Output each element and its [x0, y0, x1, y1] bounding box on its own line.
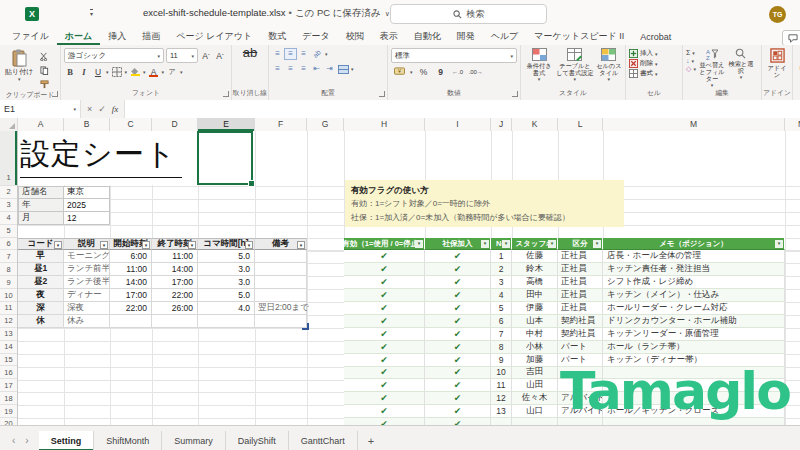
copy-icon[interactable] — [38, 64, 50, 76]
staff-type-cell[interactable]: 正社員 — [558, 250, 603, 263]
staff-valid-cell[interactable]: ✔ — [344, 302, 425, 315]
shift-cell[interactable]: 翌日2:00まで — [255, 302, 307, 315]
percent-icon[interactable]: % — [418, 66, 430, 78]
shift-cell[interactable]: 17:00 — [110, 289, 152, 302]
info-label[interactable]: 月 — [18, 212, 64, 225]
strikethrough-button[interactable]: ab — [241, 48, 259, 58]
staff-no-cell[interactable]: 1 — [491, 250, 512, 263]
row-header-19[interactable]: 19 — [0, 405, 17, 418]
comments-button[interactable] — [782, 30, 800, 46]
formula-input[interactable] — [125, 100, 800, 118]
column-header-J[interactable]: J — [491, 118, 512, 131]
info-value[interactable]: 12 — [64, 212, 110, 225]
staff-valid-cell[interactable]: ✔ — [344, 379, 425, 392]
staff-header-cell[interactable]: メモ（ポジション）▾ — [603, 238, 785, 251]
menu-tab-page-layout[interactable]: ページ レイアウト — [168, 28, 260, 45]
staff-no-cell[interactable]: 12 — [491, 392, 512, 405]
selected-cell-E1[interactable] — [197, 131, 253, 185]
column-header-K[interactable]: K — [512, 118, 558, 131]
row-header-5[interactable]: 5 — [0, 225, 17, 238]
shift-cell[interactable] — [255, 276, 307, 289]
table-resize-handle[interactable] — [302, 323, 309, 330]
italic-icon[interactable]: I — [78, 66, 90, 78]
staff-no-cell[interactable] — [491, 418, 512, 425]
staff-valid-cell[interactable]: ✔ — [344, 328, 425, 341]
staff-no-cell[interactable]: 11 — [491, 379, 512, 392]
row-header-18[interactable]: 18 — [0, 392, 17, 405]
sheet-grid[interactable]: 設定シート 店舗名東京年2025月12 有効フラグの使い方 有効：1=シフト対象… — [18, 131, 800, 425]
staff-memo-cell[interactable]: 店長・ホール全体の管理 — [603, 250, 785, 263]
shift-cell[interactable] — [255, 315, 307, 328]
align-left-icon[interactable]: ≡ — [272, 64, 283, 74]
column-header-D[interactable]: D — [152, 118, 198, 131]
staff-no-cell[interactable]: 2 — [491, 263, 512, 276]
shift-cell[interactable] — [152, 315, 198, 328]
dialog-launcher-icon[interactable] — [223, 91, 229, 97]
sheet-tab-setting[interactable]: Setting — [39, 431, 95, 450]
staff-header-cell[interactable]: スタッフ名▾ — [512, 238, 558, 251]
decrease-decimal-icon[interactable]: .00→ — [469, 66, 483, 78]
staff-no-cell[interactable]: 10 — [491, 367, 512, 380]
next-sheet-icon[interactable]: › — [25, 435, 28, 446]
shift-cell[interactable]: 早 — [18, 250, 64, 263]
staff-name-cell[interactable]: 加藤 — [512, 354, 558, 367]
staff-insured-cell[interactable]: ✔ — [425, 250, 491, 263]
row-header-6[interactable]: 6 — [0, 238, 17, 251]
menu-tab-insert[interactable]: 挿入 — [100, 28, 134, 45]
staff-memo-cell[interactable]: キッチンリーダー・原価管理 — [603, 328, 785, 341]
fill-color-icon[interactable] — [129, 66, 141, 78]
staff-name-cell[interactable]: 山田 — [512, 379, 558, 392]
cut-icon[interactable] — [38, 50, 50, 62]
row-header-13[interactable]: 13 — [0, 328, 17, 341]
column-header-M[interactable]: M — [603, 118, 785, 131]
merge-center-icon[interactable] — [337, 63, 349, 75]
staff-valid-cell[interactable]: ✔ — [344, 392, 425, 405]
shift-cell[interactable] — [110, 315, 152, 328]
info-value[interactable]: 2025 — [64, 199, 110, 212]
decrease-indent-icon[interactable]: ⇤ — [311, 64, 322, 74]
staff-header-cell[interactable]: 区分▾ — [558, 238, 603, 251]
column-header-I[interactable]: I — [425, 118, 491, 131]
bold-icon[interactable]: B — [64, 66, 76, 78]
increase-indent-icon[interactable]: ⇥ — [324, 64, 335, 74]
column-header-C[interactable]: C — [110, 118, 152, 131]
filter-dropdown-icon[interactable]: ▾ — [54, 241, 62, 249]
dialog-launcher-icon[interactable] — [52, 91, 58, 97]
row-header-17[interactable]: 17 — [0, 379, 17, 392]
filter-dropdown-icon[interactable]: ▾ — [593, 240, 601, 248]
increase-decimal-icon[interactable]: ←.0 — [452, 66, 464, 78]
row-header-3[interactable]: 3 — [0, 199, 17, 212]
shift-cell[interactable]: 深夜 — [64, 302, 110, 315]
sheet-tab-dailyshift[interactable]: DailyShift — [226, 431, 289, 450]
font-color-icon[interactable]: A — [148, 66, 160, 78]
staff-no-cell[interactable]: 5 — [491, 302, 512, 315]
row-header-12[interactable]: 12 — [0, 315, 17, 328]
staff-insured-cell[interactable]: ✔ — [425, 276, 491, 289]
shift-cell[interactable]: 夜 — [18, 289, 64, 302]
dialog-launcher-icon[interactable] — [512, 91, 518, 97]
menu-tab-draw[interactable]: 描画 — [134, 28, 168, 45]
shift-header-cell[interactable]: 説明▾ — [64, 238, 110, 251]
shift-cell[interactable]: 14:00 — [110, 276, 152, 289]
staff-name-cell[interactable]: 伊藤 — [512, 302, 558, 315]
menu-tab-data[interactable]: データ — [294, 28, 337, 45]
orientation-icon[interactable]: ab — [309, 46, 326, 63]
format-as-table-button[interactable]: テーブルとして書式設定▾ — [556, 48, 594, 81]
staff-name-cell[interactable] — [512, 418, 558, 425]
quick-access-toolbar-arrow-icon[interactable]: ▾ — [90, 9, 93, 18]
column-header-N[interactable]: N — [785, 118, 800, 131]
staff-insured-cell[interactable]: ✔ — [425, 328, 491, 341]
sort-filter-button[interactable]: AZ 並べ替えとフィルター▾ — [698, 48, 726, 87]
staff-insured-cell[interactable]: ✔ — [425, 354, 491, 367]
menu-tab-view[interactable]: 表示 — [372, 28, 406, 45]
column-header-H[interactable]: H — [344, 118, 425, 131]
font-name-select[interactable]: 游ゴシック▾ — [64, 48, 164, 63]
shift-cell[interactable]: 深 — [18, 302, 64, 315]
row-header-15[interactable]: 15 — [0, 354, 17, 367]
shift-cell[interactable]: 休み — [64, 315, 110, 328]
info-label[interactable]: 店舗名 — [18, 186, 64, 199]
filter-dropdown-icon[interactable]: ▾ — [142, 241, 150, 249]
currency-icon[interactable]: ¥ — [393, 66, 405, 78]
staff-valid-cell[interactable]: ✔ — [344, 289, 425, 302]
row-header-9[interactable]: 9 — [0, 276, 17, 289]
